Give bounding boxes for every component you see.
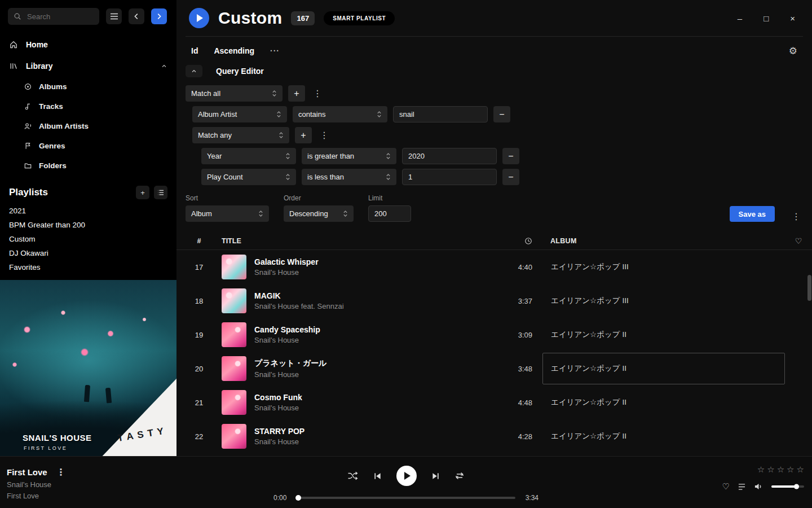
save-options-icon[interactable]: ⋮ (789, 211, 803, 222)
track-index: 21 (176, 398, 222, 407)
track-row[interactable]: 17 Galactic Whisper Snail's House 4:40 エ… (176, 250, 812, 284)
playlist-item[interactable]: Custom (0, 232, 176, 246)
rule-operator-select[interactable]: is greater than (302, 148, 396, 164)
add-rule-button[interactable]: + (295, 127, 312, 143)
maximize-button[interactable]: □ (764, 14, 769, 23)
minimize-button[interactable]: – (738, 14, 742, 23)
track-album[interactable]: エイリアン☆ポップ III (542, 251, 785, 283)
track-row[interactable]: 22 STARRY POP Snail's House 4:28 エイリアン☆ポ… (176, 419, 812, 453)
playlist-item[interactable]: BPM Greater than 200 (0, 218, 176, 232)
star-icon[interactable]: ☆ (797, 465, 804, 475)
play-pause-button[interactable] (396, 466, 417, 486)
chevron-up-icon[interactable] (161, 63, 167, 69)
nav-label: Home (26, 40, 48, 49)
column-album[interactable]: ALBUM (542, 237, 785, 245)
query-rule-row: Album Artist contains − (192, 106, 803, 122)
rule-field-select[interactable]: Play Count (201, 169, 296, 185)
sidebar-item-tracks[interactable]: Tracks (0, 97, 176, 116)
menu-button[interactable] (106, 8, 122, 24)
now-playing-artist[interactable]: Snail's House (7, 480, 186, 489)
star-icon[interactable]: ☆ (757, 465, 765, 475)
column-favorite[interactable]: ♡ (785, 237, 812, 246)
track-album[interactable]: エイリアン☆ポップ II (542, 319, 785, 351)
track-artist: Snail's House (254, 336, 320, 344)
chevron-up-icon (191, 68, 197, 75)
playlist-item[interactable]: DJ Okawari (0, 246, 176, 260)
seek-slider[interactable] (297, 497, 515, 499)
track-row[interactable]: 19 Candy Spaceship Snail's House 3:09 エイ… (176, 318, 812, 352)
close-button[interactable]: × (790, 14, 795, 23)
queue-button[interactable] (738, 483, 746, 491)
scrollbar-thumb[interactable] (807, 275, 811, 301)
column-title[interactable]: TITLE (222, 237, 492, 245)
track-row[interactable]: 21 Cosmo Funk Snail's House 4:48 エイリアン☆ポ… (176, 386, 812, 419)
sort-field-button[interactable]: Id (191, 46, 198, 55)
remove-rule-button[interactable]: − (502, 169, 519, 185)
limit-input[interactable] (368, 205, 411, 222)
gear-icon[interactable]: ⚙ (789, 45, 797, 57)
sidebar-item-home[interactable]: Home (0, 34, 176, 55)
star-icon[interactable]: ☆ (767, 465, 774, 475)
star-icon[interactable]: ☆ (777, 465, 784, 475)
rule-value-input[interactable] (402, 148, 497, 164)
playlist-item[interactable]: 2021 (0, 204, 176, 218)
shuffle-button[interactable] (347, 471, 359, 480)
rule-field-select[interactable]: Year (201, 148, 296, 164)
track-artist: Snail's House feat. Sennzai (254, 302, 344, 310)
volume-slider[interactable] (771, 485, 804, 488)
now-playing-album-art[interactable]: SNAIL'S HOUSE FIRST LOVE TASTY (0, 280, 176, 456)
rule-operator-select[interactable]: is less than (302, 169, 396, 185)
sidebar-item-albums[interactable]: Albums (0, 77, 176, 97)
sort-select[interactable]: Album (186, 205, 269, 222)
group-options-icon[interactable]: ⋮ (317, 130, 331, 141)
column-index[interactable]: # (176, 237, 222, 245)
track-row[interactable]: 18 MAGIK Snail's House feat. Sennzai 3:3… (176, 284, 812, 318)
match-type-select[interactable]: Match any (192, 127, 289, 143)
rule-value-input[interactable] (402, 169, 497, 185)
select-value: is less than (307, 173, 344, 181)
playlist-item[interactable]: Favorites (0, 260, 176, 274)
forward-button[interactable] (151, 8, 167, 24)
more-options-icon[interactable]: ··· (270, 46, 280, 55)
now-playing-title[interactable]: First Love (7, 467, 47, 477)
back-button[interactable] (129, 8, 144, 24)
track-album[interactable]: エイリアン☆ポップ II (542, 387, 785, 418)
now-playing-album[interactable]: First Love (7, 492, 186, 500)
rule-operator-select[interactable]: contains (293, 106, 387, 122)
sort-direction-button[interactable]: Ascending (214, 46, 254, 55)
play-playlist-button[interactable] (189, 8, 209, 28)
favorite-button[interactable]: ♡ (722, 481, 730, 492)
search-box[interactable] (8, 8, 99, 25)
track-options-icon[interactable]: ⋮ (54, 467, 68, 478)
repeat-button[interactable] (454, 471, 465, 480)
remove-rule-button[interactable]: − (502, 148, 519, 164)
remove-rule-button[interactable]: − (493, 106, 510, 122)
playlist-list-button[interactable] (154, 186, 167, 199)
collapse-query-editor-button[interactable] (186, 65, 202, 77)
previous-button[interactable] (373, 472, 382, 480)
add-playlist-button[interactable]: + (136, 186, 149, 199)
track-album-focused[interactable]: エイリアン☆ポップ II (542, 353, 785, 384)
group-options-icon[interactable]: ⋮ (311, 88, 324, 99)
next-button[interactable] (431, 472, 440, 480)
sidebar-item-genres[interactable]: Genres (0, 136, 176, 156)
sidebar-item-library[interactable]: Library (0, 55, 176, 77)
query-group-row: Match any + ⋮ (192, 127, 803, 143)
track-album[interactable]: エイリアン☆ポップ II (542, 421, 785, 452)
match-type-select[interactable]: Match all (186, 85, 283, 102)
search-input[interactable] (26, 12, 94, 21)
order-select[interactable]: Descending (284, 205, 354, 222)
track-row[interactable]: 20 プラネット・ガール Snail's House 3:48 エイリアン☆ポッ… (176, 352, 812, 386)
sidebar-item-folders[interactable]: Folders (0, 156, 176, 176)
rule-value-input[interactable] (393, 106, 488, 122)
select-value: Album (191, 209, 212, 218)
rule-field-select[interactable]: Album Artist (192, 106, 287, 122)
save-as-button[interactable]: Save as (730, 206, 775, 222)
add-rule-button[interactable]: + (288, 85, 305, 102)
track-album[interactable]: エイリアン☆ポップ III (542, 285, 785, 317)
sidebar-item-album-artists[interactable]: Album Artists (0, 116, 176, 136)
volume-icon[interactable] (754, 483, 764, 491)
playlists-title: Playlists (9, 187, 48, 198)
star-icon[interactable]: ☆ (787, 465, 794, 475)
column-duration[interactable] (492, 237, 542, 245)
